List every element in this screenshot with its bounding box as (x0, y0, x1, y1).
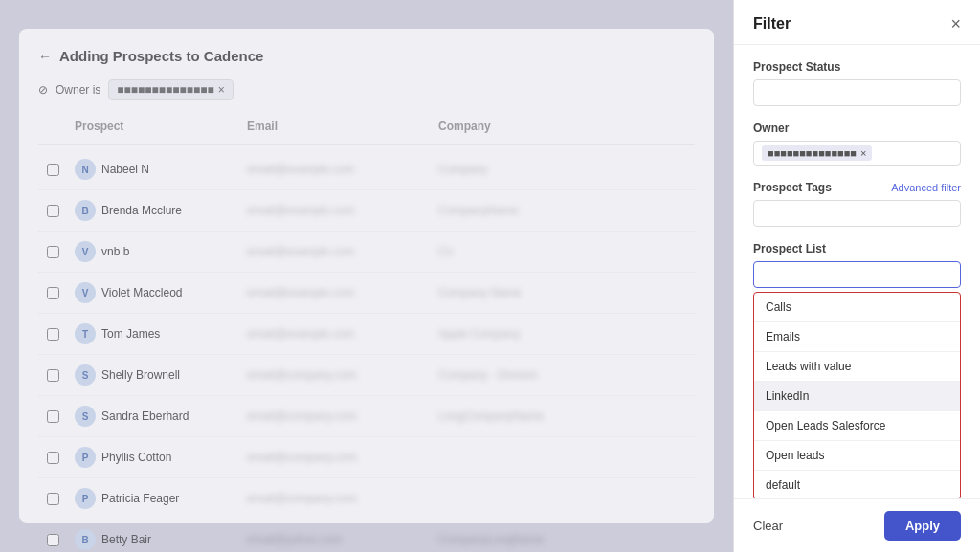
prospect-name: Brenda Mcclure (101, 204, 182, 217)
prospects-table: Prospect Email Company N Nabeel N email@… (38, 116, 695, 552)
company-cell: Company - Division (431, 364, 622, 386)
email-cell: email@example.com (239, 241, 431, 262)
prospect-name: Shelly Brownell (101, 368, 180, 382)
dropdown-item-open-leads-salesforce[interactable]: Open Leads Salesforce (754, 411, 960, 441)
prospect-status-label: Prospect Status (753, 60, 961, 74)
dropdown-item-linkedin[interactable]: LinkedIn (754, 382, 960, 411)
apply-button[interactable]: Apply (884, 511, 961, 541)
email-cell: email@example.com (239, 159, 431, 180)
row-checkbox[interactable] (38, 369, 67, 382)
row-checkbox[interactable] (38, 534, 67, 546)
header-company: Company (431, 116, 622, 137)
company-cell: Apple Company (431, 323, 622, 344)
prospect-cell: N Nabeel N (67, 155, 239, 184)
prospect-cell: V Violet Maccleod (67, 278, 239, 307)
dropdown-item-default[interactable]: default (754, 471, 960, 498)
avatar: V (75, 282, 96, 303)
prospect-name: Nabeel N (101, 163, 149, 176)
avatar: S (75, 406, 96, 427)
filter-owner-label: Owner is (56, 83, 100, 97)
dropdown-item-calls[interactable]: Calls (754, 293, 960, 322)
row-checkbox[interactable] (38, 246, 67, 258)
prospect-status-section: Prospect Status (753, 60, 961, 106)
prospect-tags-input[interactable] (753, 200, 961, 227)
prospect-list-input[interactable] (753, 261, 961, 288)
prospect-name: vnb b (101, 245, 129, 258)
prospect-cell: S Shelly Brownell (67, 361, 239, 389)
prospect-name: Tom James (101, 327, 160, 341)
avatar: B (75, 529, 96, 550)
remove-filter-icon[interactable]: × (218, 83, 225, 97)
prospect-name: Patricia Feager (101, 492, 179, 505)
table-row: T Tom James email@example.com Apple Comp… (38, 314, 695, 355)
dropdown-item-emails[interactable]: Emails (754, 322, 960, 352)
row-checkbox[interactable] (38, 452, 67, 464)
avatar: B (75, 200, 96, 221)
filter-panel-body: Prospect Status Owner ■■■■■■■■■■■■■■ × P… (734, 45, 980, 498)
header-checkbox (38, 116, 67, 137)
page-header: ← Adding Prospects to Cadence (38, 48, 695, 64)
email-cell: email@example.com (239, 323, 431, 344)
email-cell: email@example.com (239, 282, 431, 303)
row-checkbox[interactable] (38, 205, 67, 217)
owner-tag-remove[interactable]: × (860, 147, 866, 159)
prospect-cell: P Patricia Feager (67, 484, 239, 513)
prospect-status-input[interactable] (753, 79, 961, 106)
prospect-name: Sandra Eberhard (101, 409, 189, 423)
advanced-filter-link[interactable]: Advanced filter (891, 182, 961, 193)
prospect-tags-label: Prospect Tags Advanced filter (753, 181, 961, 194)
company-cell (431, 495, 622, 502)
owner-label: Owner (753, 121, 961, 135)
row-checkbox[interactable] (38, 493, 67, 505)
prospect-list-input-wrap: Calls Emails Leads with value LinkedIn O… (753, 261, 961, 288)
row-checkbox[interactable] (38, 164, 67, 176)
table-row: V vnb b email@example.com Co (38, 232, 695, 273)
table-row: S Sandra Eberhard email@company.com Long… (38, 396, 695, 437)
owner-section: Owner ■■■■■■■■■■■■■■ × (753, 121, 961, 166)
prospect-list-dropdown: Calls Emails Leads with value LinkedIn O… (753, 292, 961, 498)
owner-filter-value: ■■■■■■■■■■■■■■ (117, 83, 213, 97)
header-email: Email (239, 116, 431, 137)
email-cell: email@company.com (239, 488, 431, 509)
prospect-cell: P Phyllis Cotton (67, 443, 239, 472)
table-row: N Nabeel N email@example.com Company (38, 149, 695, 190)
active-filters-bar: ⊘ Owner is ■■■■■■■■■■■■■■ × (38, 79, 695, 100)
email-cell: email@yahoo.com (239, 529, 431, 550)
row-checkbox[interactable] (38, 328, 67, 341)
row-checkbox[interactable] (38, 410, 67, 423)
avatar: V (75, 241, 96, 262)
owner-input-wrap[interactable]: ■■■■■■■■■■■■■■ × (753, 141, 961, 166)
owner-tag: ■■■■■■■■■■■■■■ × (762, 145, 872, 161)
dropdown-item-open-leads[interactable]: Open leads (754, 441, 960, 471)
page-title: Adding Prospects to Cadence (59, 48, 263, 64)
avatar: N (75, 159, 96, 180)
filter-panel: Filter × Prospect Status Owner ■■■■■■■■■… (733, 0, 980, 552)
prospect-cell: V vnb b (67, 237, 239, 266)
dropdown-item-leads-with-value[interactable]: Leads with value (754, 352, 960, 382)
table-row: V Violet Maccleod email@example.com Comp… (38, 273, 695, 314)
prospect-cell: T Tom James (67, 320, 239, 348)
company-cell (431, 453, 622, 461)
close-filter-button[interactable]: × (950, 15, 961, 33)
filter-panel-header: Filter × (734, 0, 980, 45)
table-header-row: Prospect Email Company (38, 116, 695, 145)
prospect-cell: B Brenda Mcclure (67, 196, 239, 225)
filter-panel-title: Filter (753, 15, 791, 33)
header-prospect: Prospect (67, 116, 239, 137)
main-content-area: ← Adding Prospects to Cadence ⊘ Owner is… (0, 0, 733, 552)
company-cell: Company Name (431, 282, 622, 303)
owner-filter-tag[interactable]: ■■■■■■■■■■■■■■ × (108, 79, 234, 100)
company-cell: CompanyLongName (431, 529, 622, 550)
email-cell: email@company.com (239, 406, 431, 427)
prospect-cell: S Sandra Eberhard (67, 402, 239, 431)
table-row: B Betty Bair email@yahoo.com CompanyLong… (38, 519, 695, 552)
prospect-tags-section: Prospect Tags Advanced filter (753, 181, 961, 227)
clear-button[interactable]: Clear (753, 519, 783, 533)
company-cell: CompanyName (431, 200, 622, 221)
prospect-cell: B Betty Bair (67, 525, 239, 552)
filter-panel-footer: Clear Apply (734, 498, 980, 552)
back-button[interactable]: ← (38, 49, 52, 64)
prospect-name: Betty Bair (101, 533, 151, 546)
row-checkbox[interactable] (38, 287, 67, 299)
avatar: S (75, 364, 96, 386)
